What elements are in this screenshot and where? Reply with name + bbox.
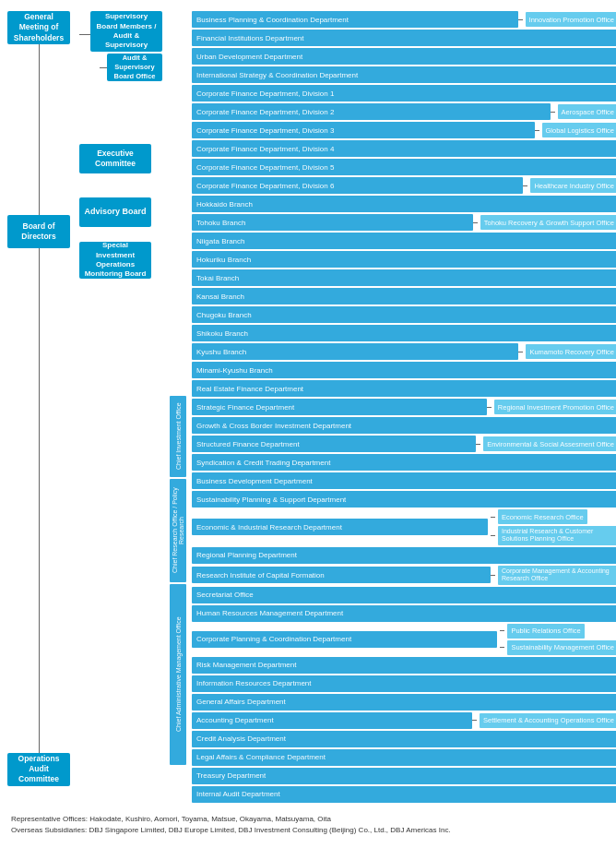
dept-row: Business Planning & Coordination Departm… xyxy=(192,11,616,28)
dept-row: Hokkaido Branch xyxy=(192,196,616,212)
dept-box: Financial Institutions Department xyxy=(192,30,616,46)
dept-box: Corporate Finance Department, Division 3 xyxy=(192,122,535,138)
dept-row: Strategic Finance Department Regional In… xyxy=(192,399,616,415)
side-box: Settlement & Accounting Operations Offic… xyxy=(480,713,616,728)
chief-research-office-label: Chief Research Office / Policy Research xyxy=(170,479,186,582)
operations-audit-box: Operations Audit Committee xyxy=(7,753,70,786)
dept-row: Corporate Finance Department, Division 6… xyxy=(192,177,616,194)
dept-row: Secretariat Office xyxy=(192,587,616,603)
audit-supervisory-box: Audit & Supervisory Board Members / Audi… xyxy=(90,11,162,52)
dept-box: Hokuriku Branch xyxy=(192,251,616,268)
dept-box: Corporate Finance Department, Division 6 xyxy=(192,177,523,194)
dept-row: Tokai Branch xyxy=(192,269,616,286)
dept-box: Structured Finance Department xyxy=(192,436,476,452)
dept-box: Corporate Finance Department, Division 5 xyxy=(192,159,616,175)
executive-committee-box: Executive Committee xyxy=(79,144,151,173)
dept-box: Internal Audit Department xyxy=(192,786,616,803)
dept-box: Sustainability Planning & Support Depart… xyxy=(192,491,616,508)
dept-row: Credit Analysis Department xyxy=(192,731,616,747)
dept-row: Financial Institutions Department xyxy=(192,30,616,46)
footer-line1: Representative Offices: Hakodate, Kushir… xyxy=(11,814,605,825)
side-box: Economic Research Office xyxy=(498,509,587,524)
dept-row: Information Resources Department xyxy=(192,675,616,692)
dept-row: Accounting Department Settlement & Accou… xyxy=(192,712,616,729)
dept-box: Urban Development Department xyxy=(192,48,616,65)
dept-box: Tokai Branch xyxy=(192,269,616,286)
footer-line2: Overseas Subsidiaries: DBJ Singapore Lim… xyxy=(11,825,605,836)
dept-row: Urban Development Department xyxy=(192,48,616,65)
dept-box: Legal Affairs & Compliance Department xyxy=(192,749,616,766)
dept-row: Hokuriku Branch xyxy=(192,251,616,268)
dept-row: Corporate Finance Department, Division 5 xyxy=(192,159,616,175)
chief-investment-office-label: Chief Investment Office xyxy=(170,396,186,477)
dept-row: Minami-Kyushu Branch xyxy=(192,362,616,378)
dept-row: Human Resources Management Department xyxy=(192,605,616,622)
dept-row: Real Estate Finance Department xyxy=(192,380,616,397)
dept-row: Corporate Planning & Coordination Depart… xyxy=(192,624,616,655)
footer: Representative Offices: Hakodate, Kushir… xyxy=(4,814,612,836)
side-box: Environmental & Social Assesment Office xyxy=(483,436,616,451)
dept-box: Human Resources Management Department xyxy=(192,605,616,622)
side-box: Aerospace Office xyxy=(558,104,616,119)
dept-box: Minami-Kyushu Branch xyxy=(192,362,616,378)
dept-box: Risk Management Department xyxy=(192,657,616,674)
dept-row: Kyushu Branch Kumamoto Recovery Office xyxy=(192,343,616,360)
dept-box: Secretariat Office xyxy=(192,587,616,603)
side-box: Corporate Management & Accounting Resear… xyxy=(498,566,616,585)
special-investment-box: Special Investment Operations Monitoring… xyxy=(79,242,151,279)
dept-box: Tohoku Branch xyxy=(192,214,473,231)
side-box: Sustainability Management Office xyxy=(507,640,616,655)
dept-row: Growth & Cross Border Investment Departm… xyxy=(192,417,616,434)
dept-box: Research Institute of Capital Formation xyxy=(192,567,491,583)
dept-row: Business Development Department xyxy=(192,472,616,489)
dept-row: Regional Planning Department xyxy=(192,547,616,564)
dept-box: Credit Analysis Department xyxy=(192,731,616,747)
dept-box: Corporate Finance Department, Division 1 xyxy=(192,85,616,102)
dept-row: Sustainability Planning & Support Depart… xyxy=(192,491,616,508)
dept-row: Internal Audit Department xyxy=(192,786,616,803)
dept-row: Research Institute of Capital Formation … xyxy=(192,566,616,585)
dept-row: International Strategy & Coordination De… xyxy=(192,66,616,83)
dept-box: Niigata Branch xyxy=(192,233,616,249)
general-meeting-box: General Meeting of Shareholders xyxy=(7,11,70,44)
dept-box: Shikoku Branch xyxy=(192,325,616,341)
side-box: Healthcare Industry Office xyxy=(530,178,616,193)
dept-row: Chugoku Branch xyxy=(192,306,616,323)
dept-row: Corporate Finance Department, Division 3… xyxy=(192,122,616,138)
dept-row: Corporate Finance Department, Division 4 xyxy=(192,140,616,157)
dept-box: Strategic Finance Department xyxy=(192,399,487,415)
side-box: Tohoku Recovery & Growth Support Office xyxy=(480,215,616,230)
side-box: Public Relations Office xyxy=(507,624,584,639)
board-of-directors-box: Board of Directors xyxy=(7,215,70,248)
dept-row: Treasury Department xyxy=(192,768,616,784)
dept-box: General Affairs Department xyxy=(192,694,616,711)
dept-row: General Affairs Department xyxy=(192,694,616,711)
dept-row: Corporate Finance Department, Division 1 xyxy=(192,85,616,102)
dept-row: Syndication & Credit Trading Department xyxy=(192,454,616,471)
dept-box: Real Estate Finance Department xyxy=(192,380,616,397)
dept-box: Kyushu Branch xyxy=(192,343,518,360)
dept-box: Business Planning & Coordination Departm… xyxy=(192,11,518,28)
side-box: Global Logistics Office xyxy=(542,123,616,137)
dept-row: Risk Management Department xyxy=(192,657,616,674)
dept-box: Information Resources Department xyxy=(192,675,616,692)
dept-row: Shikoku Branch xyxy=(192,325,616,341)
dept-box: Accounting Department xyxy=(192,712,472,729)
dept-box: Syndication & Credit Trading Department xyxy=(192,454,616,471)
dept-row: Corporate Finance Department, Division 2… xyxy=(192,103,616,120)
org-chart: General Meeting of Shareholders Board of… xyxy=(0,0,616,848)
dept-box: Corporate Finance Department, Division 2 xyxy=(192,103,551,120)
dept-row: Structured Finance Department Environmen… xyxy=(192,436,616,452)
dept-box: Economic & Industrial Research Departmen… xyxy=(192,519,488,535)
side-box: Regional Investment Promotion Office xyxy=(494,400,616,414)
side-box: Industrial Research & Customer Solutions… xyxy=(498,526,616,545)
advisory-board-box: Advisory Board xyxy=(79,197,151,227)
side-box: Innovation Promotion Office xyxy=(526,12,616,27)
chief-management-office-label: Chief Administrative Management Office xyxy=(170,584,186,765)
dept-box: Chugoku Branch xyxy=(192,306,616,323)
dept-row: Economic & Industrial Research Departmen… xyxy=(192,509,616,545)
dept-box: Corporate Finance Department, Division 4 xyxy=(192,140,616,157)
dept-row: Legal Affairs & Compliance Department xyxy=(192,749,616,766)
dept-box: Regional Planning Department xyxy=(192,547,616,564)
side-box: Kumamoto Recovery Office xyxy=(526,344,616,359)
